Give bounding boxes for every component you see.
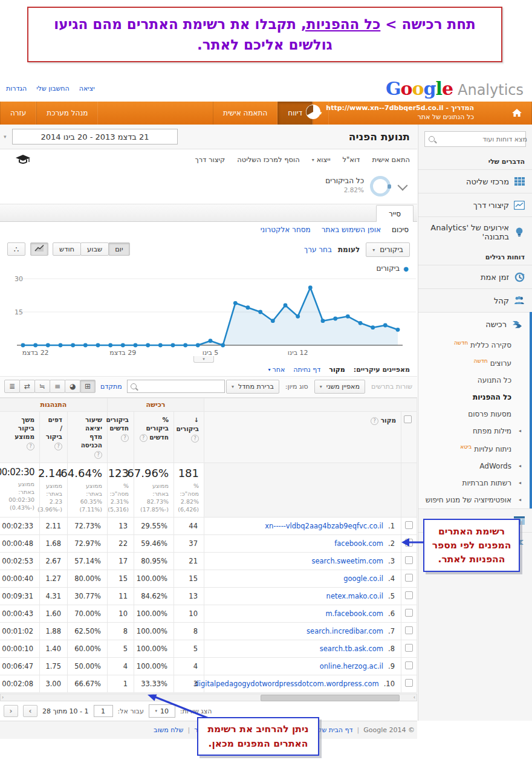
goto-page-input[interactable] xyxy=(94,705,113,717)
referrer-domain-link[interactable]: netex.mako.co.il xyxy=(326,592,383,600)
submenu-item[interactable]: ניתוח עלויותביטא xyxy=(418,440,530,458)
referrer-domain-link[interactable]: xn-----vldbq2aag4bzab9eqfvc.co.il xyxy=(265,522,383,530)
row-checkbox[interactable] xyxy=(405,591,413,599)
submenu-item[interactable]: כל התנועה xyxy=(418,372,530,389)
help-icon[interactable]: ? xyxy=(27,443,34,450)
row-checkbox[interactable] xyxy=(405,626,413,634)
segment-widget[interactable]: כל הביקורים 2.82% xyxy=(325,177,364,193)
help-icon[interactable]: ? xyxy=(140,434,148,442)
scroll-left-icon[interactable]: ‹ xyxy=(2,694,4,701)
sidebar-search-input[interactable] xyxy=(438,135,528,144)
sidebar-item-shortcuts-chart[interactable]: קיצורי דרך xyxy=(418,193,532,216)
row-checkbox[interactable] xyxy=(405,609,413,617)
pie-view-button[interactable]: ◕ xyxy=(65,380,80,393)
metric-select[interactable]: ביקורים▾ xyxy=(366,242,410,257)
date-range-picker[interactable]: 21 בדצמ 2013 - 20 בינו 2014 xyxy=(12,129,178,144)
add-to-dashboard-button[interactable]: הוסף למרכז השליטה xyxy=(237,155,299,164)
submenu-item[interactable]: סקירה כלליתחדשה xyxy=(418,336,530,354)
help-icon[interactable]: ? xyxy=(371,417,378,425)
home-button[interactable] xyxy=(502,102,532,125)
row-checkbox[interactable] xyxy=(405,556,413,564)
prev-page-button[interactable]: ‹ xyxy=(4,705,18,717)
table-search[interactable] xyxy=(127,380,225,393)
row-checkbox[interactable] xyxy=(405,661,413,669)
row-checkbox[interactable] xyxy=(405,679,413,687)
subtab-ecommerce[interactable]: מסחר אלקטרוני xyxy=(261,226,311,234)
education-cap-icon[interactable] xyxy=(16,154,30,166)
comparison-view-button[interactable]: ≒ xyxy=(34,380,50,393)
export-button[interactable]: ייצוא▾ xyxy=(312,155,331,164)
sidebar-item-audience-people[interactable]: קהל xyxy=(418,288,532,312)
customize-button[interactable]: התאם אישית xyxy=(372,155,410,164)
col-header-visits[interactable]: ↓ ביקורים? xyxy=(174,412,204,463)
nav-admin[interactable]: מנהל מערכת xyxy=(36,102,98,125)
col-header-pages-visit[interactable]: דפים / ביקור? xyxy=(40,412,68,463)
sidebar-item-realtime-clock[interactable]: זמן אמת xyxy=(418,265,532,288)
table-search-input[interactable] xyxy=(140,382,230,391)
referrer-domain-link[interactable]: search.incredibar.com xyxy=(307,627,383,635)
select-all-checkbox[interactable] xyxy=(404,415,412,423)
submenu-item[interactable]: ערוציםחדשה xyxy=(418,354,530,372)
sidebar-search[interactable] xyxy=(424,131,526,147)
tab-explorer[interactable]: סייר xyxy=(376,205,414,222)
home-page-link[interactable]: דף הבית של xyxy=(318,726,352,734)
pivot-view-button[interactable]: ⇄ xyxy=(19,380,35,393)
dimension-source[interactable]: מקור xyxy=(329,366,345,374)
data-view-button[interactable]: ≣ xyxy=(4,380,20,393)
referrer-domain-link[interactable]: search.sweetim.com xyxy=(311,557,383,565)
subtab-site-usage[interactable]: אופן השימוש באתר xyxy=(322,226,381,234)
my-account-link[interactable]: החשבון שלי xyxy=(36,85,70,93)
dimension-other[interactable]: אחר▾ xyxy=(268,366,285,374)
col-header-new-visits[interactable]: ביקורים חדשים? xyxy=(108,412,134,463)
advanced-filter-link[interactable]: מתקדם xyxy=(100,383,122,391)
secondary-dimension-button[interactable]: מאפיין משני▾ xyxy=(314,380,365,394)
help-icon[interactable]: ? xyxy=(191,435,199,443)
sidebar-item-intelligence-bulb[interactable]: אירועים של 'Analytics בתבונה' xyxy=(418,216,532,247)
performance-view-button[interactable]: ≡ xyxy=(50,380,65,393)
referrer-domain-link[interactable]: m.facebook.com xyxy=(325,609,383,618)
dimension-landing-page[interactable]: דף נחיתה xyxy=(293,366,320,374)
line-chart-view-button[interactable] xyxy=(30,242,48,256)
table-view-button[interactable]: ⊞ xyxy=(80,380,96,393)
select-metric-link[interactable]: בחר ערך xyxy=(304,245,332,254)
row-checkbox[interactable] xyxy=(405,574,413,582)
help-icon[interactable]: ? xyxy=(94,451,102,459)
submenu-item[interactable]: כל ההפניות xyxy=(418,389,530,406)
granularity-month[interactable]: חודש xyxy=(53,242,81,256)
referrer-domain-link[interactable]: online.herzog.ac.il xyxy=(320,662,383,670)
col-header-source[interactable]: מקור ? xyxy=(204,412,401,463)
referrer-domain-link[interactable]: google.co.il xyxy=(343,574,383,583)
scroll-right-icon[interactable]: › xyxy=(414,694,415,701)
referrer-domain-link[interactable]: digitalpedagogydotwordpressdotcom.wordpr… xyxy=(194,680,378,688)
submenu-item[interactable]: ◂אופטימיזציה של מנוע חיפוש xyxy=(418,492,530,508)
granularity-week[interactable]: שבוע xyxy=(80,242,109,256)
plot-rows-button[interactable]: שורות בתרשים xyxy=(371,383,412,391)
help-icon[interactable]: ? xyxy=(54,443,62,450)
nav-help[interactable]: עזרה xyxy=(0,102,36,125)
sort-type-button[interactable]: ברירת מחדל▾ xyxy=(226,380,279,394)
scrollbar-thumb[interactable] xyxy=(261,695,400,701)
email-button[interactable]: דוא"ל xyxy=(342,155,360,164)
referrer-domain-link[interactable]: search.tb.ask.com xyxy=(320,644,383,653)
sidebar-item-acquisition-arrows[interactable]: רכישה xyxy=(418,312,530,336)
submenu-item[interactable]: ◂AdWords xyxy=(418,458,530,475)
sign-out-link[interactable]: יציאה xyxy=(79,85,95,93)
subtab-summary[interactable]: סיכום xyxy=(392,226,409,234)
sidebar-item-dashboards-grid[interactable]: מרכזי שליטה xyxy=(418,169,532,193)
submenu-item[interactable]: ◂מילות מפתח xyxy=(418,423,530,440)
help-icon[interactable]: ? xyxy=(121,434,129,442)
submenu-item[interactable]: מסעות פרסום xyxy=(418,406,530,423)
settings-link[interactable]: הגדרות xyxy=(6,85,27,93)
row-checkbox[interactable] xyxy=(405,521,413,529)
row-checkbox[interactable] xyxy=(405,644,413,652)
nav-customization[interactable]: התאמה אישית xyxy=(213,102,277,125)
feedback-link[interactable]: שלח משוב xyxy=(154,726,183,734)
scatter-view-button[interactable]: ∴ xyxy=(7,242,25,256)
annotations-pulltab[interactable]: ▾ xyxy=(193,356,214,363)
col-header-bounce-rate[interactable]: שיעור יציאה מדף הכניסה? xyxy=(68,412,108,463)
granularity-day[interactable]: יום xyxy=(108,242,129,256)
col-header-pct-new-visits[interactable]: % ביקורים חדשים ? xyxy=(134,412,174,463)
submenu-item[interactable]: ◂רשתות חברתיות xyxy=(418,475,530,492)
account-selector[interactable]: המדריך - http://www.xn--7dbbqer5d.co.il … xyxy=(305,103,474,122)
col-header-avg-duration[interactable]: משך ביקור ממוצע? xyxy=(0,412,40,463)
